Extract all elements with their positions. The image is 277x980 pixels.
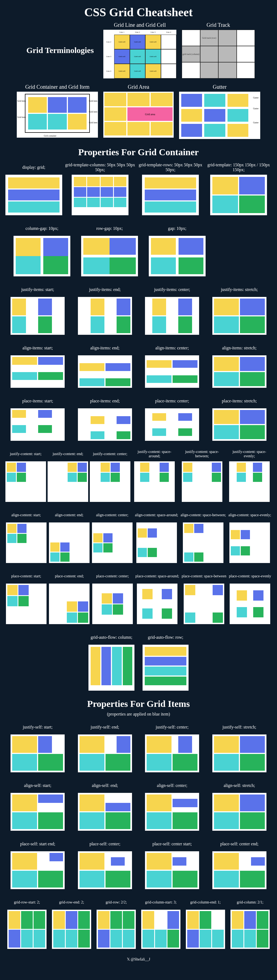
example-ac-se: [229, 522, 270, 563]
example-as-end: [78, 793, 132, 831]
caption: grid-template-columns: 50px 50px 50px 50…: [65, 162, 135, 173]
example-as-stretch: [212, 793, 266, 831]
row-place-content: place-content: start; place-content: end…: [5, 571, 272, 624]
example-pc-start: [6, 584, 46, 624]
example-ac-end: [49, 522, 89, 563]
caption: column-gap: 10px;: [25, 223, 58, 234]
caption: align-items: center;: [155, 343, 189, 353]
caption: justify-content: start;: [10, 449, 41, 459]
caption: align-self: center;: [157, 780, 187, 791]
caption: grid-auto-flow: row;: [148, 632, 183, 643]
row-place-self: place-self: start end; place-self: cente…: [5, 839, 272, 889]
example-gt: [210, 175, 267, 215]
example-rowgap: [81, 236, 138, 276]
caption: align-items: end;: [90, 343, 119, 353]
caption: justify-items: end;: [89, 285, 121, 295]
section-items-note: (properties are applied on blue item): [5, 712, 272, 717]
example-pc-center: [92, 584, 133, 624]
caption: display: grid;: [22, 162, 45, 173]
example-gtc: [72, 175, 129, 215]
row-grid-placement: grid-row-start: 2; grid-row-end: 2; grid…: [5, 897, 272, 949]
caption: align-content: center;: [96, 510, 128, 520]
caption: align-content: end;: [55, 510, 83, 520]
caption: align-items: start;: [22, 343, 53, 353]
caption: gap: 10px;: [168, 223, 186, 234]
caption: justify-items: start;: [21, 285, 54, 295]
caption: place-content: start;: [11, 571, 41, 581]
example-pc-sb: [184, 584, 224, 624]
terminology-header-text: Grid Terminologies: [26, 45, 94, 55]
caption: row-gap: 10px;: [96, 223, 123, 234]
example-display-grid: [5, 175, 62, 215]
example-pc-end: [49, 584, 89, 624]
example-ai-end: [78, 355, 132, 388]
example-jc-start: [5, 461, 46, 502]
example-pc-sa: [137, 584, 177, 624]
caption: justify-content: space-evenly;: [227, 449, 272, 459]
example-pi-end: [78, 408, 132, 441]
example-gre: [52, 910, 91, 949]
caption: place-items: stretch;: [222, 396, 257, 406]
example-as-start: [11, 793, 65, 831]
caption: justify-content: center;: [93, 449, 127, 459]
caption: place-self: center;: [89, 839, 120, 849]
caption: justify-self: center;: [156, 722, 189, 732]
example-pi-start: [11, 408, 65, 441]
example-ai-start: [11, 355, 65, 388]
caption: justify-items: stretch;: [221, 285, 258, 295]
example-jc-center: [90, 461, 131, 502]
caption: justify-content: space-between;: [178, 449, 226, 459]
example-jc-se: [229, 461, 270, 502]
caption: justify-self: end;: [91, 722, 119, 732]
caption: grid-template-rows: 50px 50px 50px 50px;: [138, 162, 203, 173]
example-ac-start: [6, 522, 46, 563]
term-label-gutter: Gutter: [213, 84, 226, 90]
term-label-grid-line-cell: Grid Line and Grid Cell: [114, 22, 166, 28]
caption: grid-column: 2/1;: [237, 897, 263, 908]
caption: grid-template: 150px 150px / 150px 150px…: [205, 162, 272, 173]
example-pi-center: [145, 408, 199, 441]
caption: place-content: space-evenly: [229, 571, 271, 581]
caption: place-items: center;: [155, 396, 189, 406]
row-justify-content: justify-content: start; justify-content:…: [5, 449, 272, 502]
credit: 𝕏 @Shefali__J: [5, 957, 272, 962]
caption: align-self: start;: [24, 780, 51, 791]
caption: justify-content: space-around;: [132, 449, 177, 459]
example-gaf-col: [88, 645, 134, 690]
example-gap: [149, 236, 205, 276]
row-gaps: column-gap: 10px; row-gap: 10px; gap: 10…: [5, 223, 272, 276]
caption: grid-auto-flow: column;: [91, 632, 132, 643]
page-title: CSS Grid Cheatsheet: [5, 5, 272, 19]
caption: align-self: stretch;: [224, 780, 255, 791]
caption: justify-self: stretch;: [222, 722, 256, 732]
example-ps-ce: [212, 851, 266, 889]
caption: justify-items: center;: [154, 285, 190, 295]
caption: place-content: space-around;: [135, 571, 179, 581]
figure-container-item: Grid item Grid item Grid item Grid item …: [17, 92, 98, 138]
caption: justify-self: start;: [23, 722, 53, 732]
caption: grid-row-start: 2;: [14, 897, 40, 908]
row-place-items: place-items: start; place-items: end; pl…: [5, 396, 272, 441]
figure-grid-area: Grid area: [103, 92, 174, 138]
caption: align-self: end;: [92, 780, 118, 791]
caption: place-self: center start;: [152, 839, 192, 849]
example-pi-stretch: [212, 408, 266, 441]
caption: grid-column-end: 1;: [190, 897, 220, 908]
caption: align-content: space-between;: [181, 510, 226, 520]
example-ji-stretch: [212, 297, 266, 335]
example-ac-sa: [136, 522, 177, 563]
caption: place-self: start end;: [20, 839, 55, 849]
example-js-end: [78, 735, 132, 772]
example-gaf-row: [143, 645, 189, 690]
term-label-container-item: Grid Container and Grid Item: [25, 84, 89, 90]
example-ps-se: [11, 851, 65, 889]
term-label-grid-track: Grid Track: [206, 22, 230, 28]
example-gcs: [141, 910, 180, 949]
example-ac-sb: [183, 522, 223, 563]
caption: place-self: center end;: [220, 839, 258, 849]
terminology-header: Grid Terminologies: [26, 45, 94, 55]
row-justify-self: justify-self: start; justify-self: end; …: [5, 722, 272, 772]
caption: place-content: center;: [96, 571, 129, 581]
caption: grid-row: 2/2;: [105, 897, 127, 908]
example-jc-sb: [182, 461, 222, 502]
